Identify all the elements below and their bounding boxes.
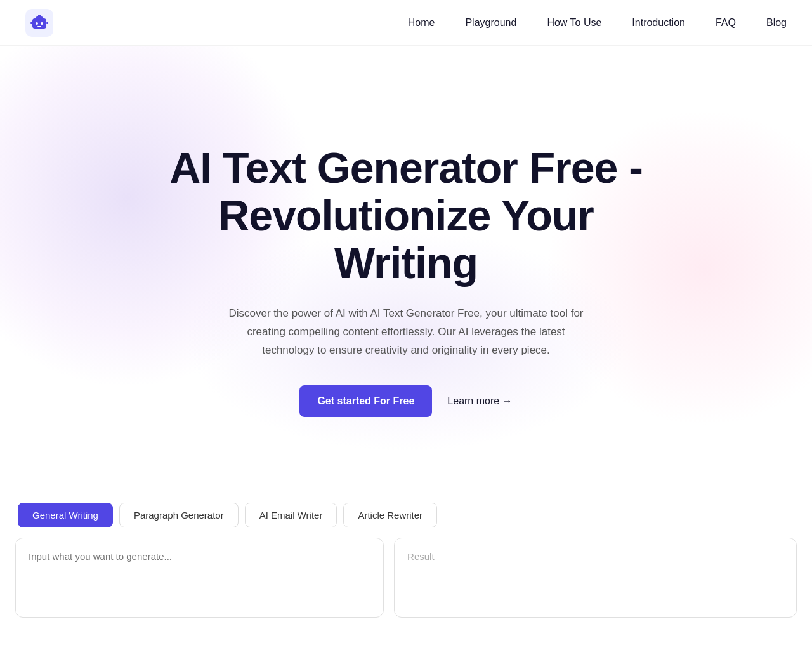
get-started-button[interactable]: Get started For Free bbox=[299, 385, 432, 417]
hero-section: AI Text Generator Free - Revolutionize Y… bbox=[0, 46, 812, 503]
tab-article-rewriter[interactable]: Article Rewriter bbox=[343, 503, 437, 527]
svg-point-4 bbox=[41, 22, 43, 25]
svg-rect-6 bbox=[30, 22, 32, 24]
svg-rect-7 bbox=[46, 22, 48, 24]
editor-input-box bbox=[15, 538, 384, 618]
tabs-bar: General Writing Paragraph Generator AI E… bbox=[15, 503, 797, 527]
hero-subtext: Discover the power of AI with AI Text Ge… bbox=[222, 305, 590, 360]
nav-playground[interactable]: Playground bbox=[465, 17, 516, 28]
tab-general-writing[interactable]: General Writing bbox=[18, 503, 113, 527]
logo[interactable] bbox=[25, 9, 53, 37]
svg-rect-9 bbox=[39, 15, 41, 17]
logo-icon bbox=[25, 9, 53, 37]
nav-blog[interactable]: Blog bbox=[766, 17, 787, 28]
nav-introduction[interactable]: Introduction bbox=[632, 17, 685, 28]
hero-buttons: Get started For Free Learn more → bbox=[169, 385, 643, 417]
editor-result-box: Result bbox=[394, 538, 797, 618]
tab-ai-email-writer[interactable]: AI Email Writer bbox=[245, 503, 337, 527]
svg-rect-2 bbox=[36, 16, 43, 20]
result-label: Result bbox=[407, 551, 435, 562]
editor-section: Result bbox=[0, 538, 812, 643]
hero-content: AI Text Generator Free - Revolutionize Y… bbox=[169, 144, 643, 416]
nav-links: Home Playground How To Use Introduction … bbox=[408, 17, 787, 29]
nav-home[interactable]: Home bbox=[408, 17, 435, 28]
editor-input[interactable] bbox=[29, 551, 370, 602]
tabs-section: General Writing Paragraph Generator AI E… bbox=[0, 503, 812, 527]
hero-headline: AI Text Generator Free - Revolutionize Y… bbox=[169, 144, 643, 286]
nav-faq[interactable]: FAQ bbox=[716, 17, 736, 28]
tab-paragraph-generator[interactable]: Paragraph Generator bbox=[119, 503, 239, 527]
nav-how-to-use[interactable]: How To Use bbox=[547, 17, 601, 28]
svg-rect-5 bbox=[37, 26, 41, 27]
svg-rect-8 bbox=[38, 15, 39, 17]
learn-more-button[interactable]: Learn more → bbox=[447, 395, 512, 407]
navbar: Home Playground How To Use Introduction … bbox=[0, 0, 812, 46]
svg-point-3 bbox=[36, 22, 38, 25]
